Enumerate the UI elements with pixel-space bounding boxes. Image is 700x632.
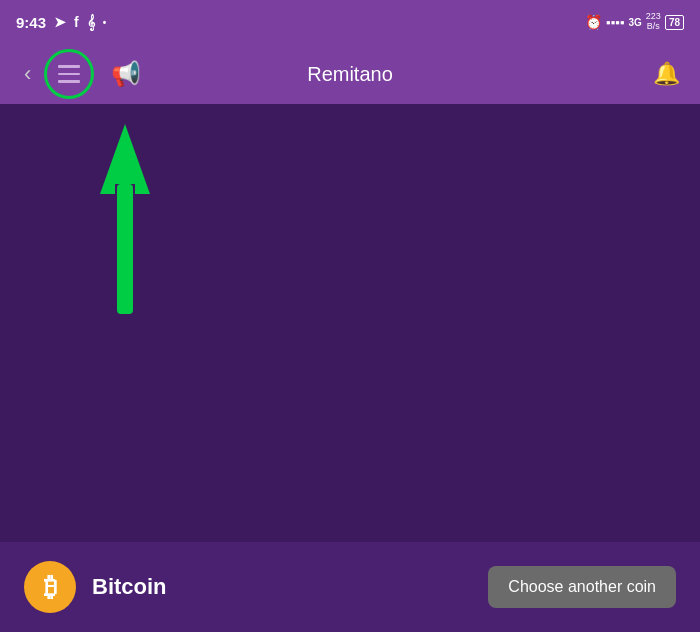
hamburger-icon xyxy=(58,65,80,83)
coin-name: Bitcoin xyxy=(92,574,167,600)
arrow-indicator xyxy=(95,124,155,324)
back-button[interactable]: ‹ xyxy=(16,53,39,95)
hamburger-line-2 xyxy=(58,73,80,76)
hamburger-line-3 xyxy=(58,80,80,83)
hamburger-line-1 xyxy=(58,65,80,68)
signal-icon: ▪▪▪▪ xyxy=(606,15,624,30)
status-right: ⏰ ▪▪▪▪ 3G 223 B/s 78 xyxy=(585,12,684,32)
dot-indicator: • xyxy=(103,17,107,28)
coin-info: ₿ Bitcoin xyxy=(24,561,167,613)
clock-icon: ⏰ xyxy=(585,14,602,30)
notification-bell-button[interactable]: 🔔 xyxy=(649,57,684,91)
menu-button-wrapper xyxy=(43,48,95,100)
app-bar: ‹ 📢 Remitano 🔔 xyxy=(0,44,700,104)
other-icon: 𝄞 xyxy=(87,14,95,31)
choose-another-coin-button[interactable]: Choose another coin xyxy=(488,566,676,608)
app-title: Remitano xyxy=(307,63,393,86)
bitcoin-symbol: ₿ xyxy=(44,572,57,603)
facebook-icon: f xyxy=(74,14,79,30)
bottom-card: ₿ Bitcoin Choose another coin xyxy=(0,542,700,632)
main-content: ₿ Bitcoin Choose another coin xyxy=(0,104,700,632)
status-left: 9:43 ➤ f 𝄞 • xyxy=(16,14,106,31)
megaphone-button[interactable]: 📢 xyxy=(107,56,145,92)
network-speed: 223 B/s xyxy=(646,12,661,32)
menu-button[interactable] xyxy=(44,49,94,99)
telegram-icon: ➤ xyxy=(54,14,66,30)
bitcoin-logo: ₿ xyxy=(24,561,76,613)
status-bar: 9:43 ➤ f 𝄞 • ⏰ ▪▪▪▪ 3G 223 B/s 78 xyxy=(0,0,700,44)
network-type: 3G xyxy=(629,17,642,28)
status-time: 9:43 xyxy=(16,14,46,31)
battery-indicator: 78 xyxy=(665,15,684,30)
svg-marker-1 xyxy=(100,124,150,194)
svg-rect-0 xyxy=(117,184,133,314)
